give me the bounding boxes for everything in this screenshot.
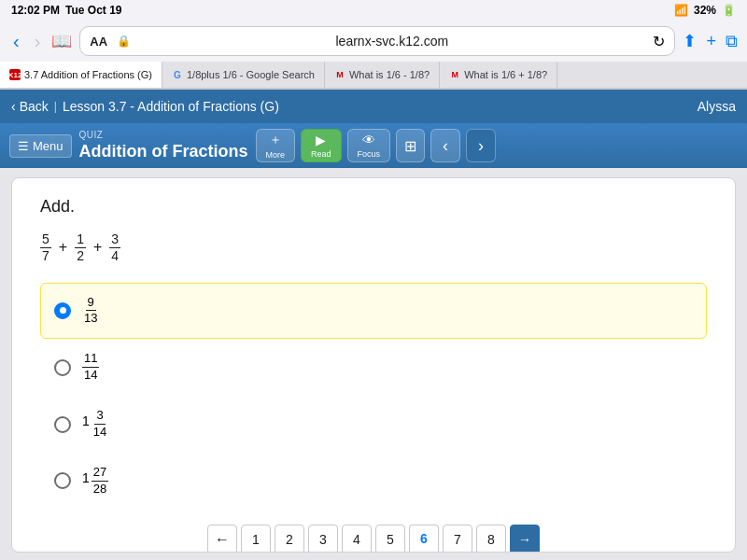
address-bar[interactable]: AA 🔒 learnx-svc.k12.com ↻ — [79, 26, 675, 56]
opt2-den: 14 — [82, 368, 99, 384]
frac1-den: 7 — [40, 248, 51, 264]
frac2-den: 2 — [75, 248, 86, 264]
share-button[interactable]: ⬆ — [683, 31, 697, 51]
tab-favicon-k12: K12 — [9, 69, 21, 80]
option-4-fraction: 27 28 — [92, 465, 108, 497]
menu-label: Menu — [33, 139, 63, 153]
fraction-2: 1 2 — [75, 231, 86, 264]
answer-option-3[interactable]: 1 3 14 — [40, 396, 707, 453]
answer-option-1[interactable]: 9 13 — [40, 283, 707, 340]
tab-google[interactable]: G 1/8plus 1/6 - Google Search — [162, 62, 325, 88]
option-3-mixed: 1 3 14 — [82, 408, 108, 441]
content-area: Add. 5 7 + 1 2 + 3 4 9 13 — [11, 177, 736, 553]
more-button[interactable]: ＋ More — [256, 129, 296, 162]
add-tab-button[interactable]: + — [706, 31, 716, 51]
opt3-whole: 1 — [82, 408, 90, 434]
menu-button[interactable]: ☰ Menu — [9, 134, 72, 158]
play-icon: ▶ — [316, 133, 326, 147]
quiz-label: QUIZ — [79, 130, 248, 140]
more-label: More — [266, 150, 286, 160]
page-btn-5[interactable]: 5 — [375, 525, 405, 553]
eye-icon: 👁 — [362, 133, 375, 147]
read-button[interactable]: ▶ Read — [301, 129, 342, 162]
browser-chrome: ‹ › 📖 AA 🔒 learnx-svc.k12.com ↻ ⬆ + ⧉ K1… — [0, 21, 747, 90]
page-btn-8[interactable]: 8 — [476, 525, 506, 553]
grid-button[interactable]: ⊞ — [396, 129, 425, 162]
prev-page-button[interactable]: ← — [207, 525, 237, 553]
frac2-num: 1 — [75, 231, 86, 248]
option-1-fraction: 9 13 — [82, 295, 99, 328]
plus-icon: ＋ — [269, 132, 282, 148]
page-btn-7[interactable]: 7 — [443, 525, 472, 553]
bookmarks-button[interactable]: 📖 — [51, 31, 72, 51]
answer-option-4[interactable]: 1 27 28 — [40, 453, 707, 510]
frac1-num: 5 — [40, 231, 51, 248]
option-4-mixed: 1 27 28 — [82, 465, 108, 497]
nav-bar: ‹ › 📖 AA 🔒 learnx-svc.k12.com ↻ ⬆ + ⧉ — [0, 21, 747, 62]
answer-options: 9 13 11 14 1 3 14 — [40, 283, 707, 510]
opt4-den: 28 — [92, 482, 108, 497]
toolbar-actions: ＋ More ▶ Read 👁 Focus ⊞ ‹ › — [256, 129, 497, 162]
page-btn-4[interactable]: 4 — [342, 525, 372, 553]
menu-hamburger-icon: ☰ — [18, 139, 29, 153]
opt4-whole: 1 — [82, 465, 90, 491]
opt3-num: 3 — [94, 408, 105, 425]
tab-label-k12: 3.7 Addition of Fractions (G) — [24, 69, 152, 80]
battery-level: 32% — [694, 4, 716, 17]
tab-favicon-m2: M — [449, 69, 460, 80]
opt2-num: 11 — [82, 351, 99, 368]
opt1-num: 9 — [86, 295, 96, 312]
back-button[interactable]: ‹ — [9, 32, 23, 50]
tab-favicon-m1: M — [334, 69, 345, 80]
plus-sign-2: + — [93, 239, 102, 256]
toolbar: ☰ Menu QUIZ Addition of Fractions ＋ More… — [0, 123, 747, 168]
app-back-button[interactable]: ‹ Back — [11, 99, 49, 114]
radio-1[interactable] — [54, 302, 71, 319]
tab-k12[interactable]: K12 3.7 Addition of Fractions (G) — [0, 62, 162, 88]
focus-label: Focus — [358, 149, 381, 159]
aa-label[interactable]: AA — [90, 35, 107, 49]
fraction-3: 3 4 — [109, 231, 120, 264]
plus-sign-1: + — [59, 239, 67, 256]
next-lesson-button[interactable]: › — [466, 129, 496, 162]
pagination-bar: ← 1 2 3 4 5 6 7 8 → — [40, 525, 707, 553]
tabs-button[interactable]: ⧉ — [726, 31, 738, 51]
option-2-fraction: 11 14 — [82, 351, 99, 384]
app-header: ‹ Back | Lesson 3.7 - Addition of Fracti… — [0, 90, 747, 123]
page-btn-3[interactable]: 3 — [308, 525, 338, 553]
user-name: Alyssa — [698, 99, 736, 114]
opt1-den: 13 — [82, 311, 99, 327]
next-page-button[interactable]: → — [510, 525, 540, 553]
frac3-den: 4 — [109, 248, 120, 264]
tab-m1[interactable]: M What is 1/6 - 1/8? — [325, 62, 440, 88]
battery-icon: 🔋 — [722, 4, 736, 17]
reload-icon[interactable]: ↻ — [653, 33, 665, 50]
tab-favicon-google: G — [172, 69, 183, 80]
breadcrumb-separator: | — [54, 100, 57, 113]
radio-2[interactable] — [54, 359, 71, 376]
answer-option-2[interactable]: 11 14 — [40, 339, 707, 396]
option-3-fraction: 3 14 — [92, 408, 108, 441]
status-day: Tue Oct 19 — [65, 4, 121, 17]
wifi-icon: 📶 — [674, 4, 688, 17]
url-text: learnx-svc.k12.com — [136, 34, 647, 49]
frac3-num: 3 — [109, 231, 120, 248]
tab-m2[interactable]: M What is 1/6 + 1/8? — [440, 62, 557, 88]
lesson-title: Addition of Fractions — [79, 142, 248, 161]
page-btn-6[interactable]: 6 — [409, 525, 439, 553]
quiz-instruction: Add. — [40, 197, 707, 217]
nav-actions: ⬆ + ⧉ — [683, 31, 738, 51]
forward-button[interactable]: › — [31, 32, 45, 50]
focus-button[interactable]: 👁 Focus — [347, 129, 391, 162]
prev-lesson-button[interactable]: ‹ — [430, 129, 460, 162]
radio-4[interactable] — [54, 472, 71, 489]
fraction-1: 5 7 — [40, 231, 51, 264]
radio-3[interactable] — [54, 416, 71, 433]
page-btn-2[interactable]: 2 — [275, 525, 304, 553]
opt3-den: 14 — [92, 425, 108, 441]
fraction-problem: 5 7 + 1 2 + 3 4 — [40, 231, 707, 264]
tab-label-m2: What is 1/6 + 1/8? — [464, 69, 547, 80]
opt4-num: 27 — [92, 465, 108, 482]
lock-icon: 🔒 — [117, 35, 131, 48]
page-btn-1[interactable]: 1 — [241, 525, 271, 553]
